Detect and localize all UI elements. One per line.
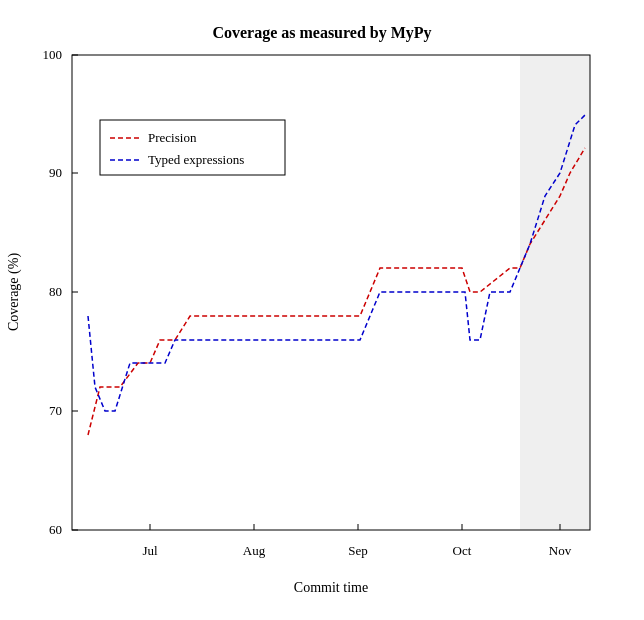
svg-text:Oct: Oct — [453, 543, 472, 558]
svg-text:Jul: Jul — [142, 543, 158, 558]
legend-precision-label: Precision — [148, 130, 197, 145]
chart-title: Coverage as measured by MyPy — [212, 24, 431, 42]
y-axis-label: Coverage (%) — [6, 253, 22, 331]
svg-text:Sep: Sep — [348, 543, 368, 558]
legend-typed-label: Typed expressions — [148, 152, 244, 167]
svg-text:80: 80 — [49, 284, 62, 299]
svg-text:60: 60 — [49, 522, 62, 537]
svg-text:90: 90 — [49, 165, 62, 180]
svg-text:Aug: Aug — [243, 543, 266, 558]
svg-text:70: 70 — [49, 403, 62, 418]
svg-text:Nov: Nov — [549, 543, 572, 558]
chart-container: Coverage as measured by MyPy 60 70 80 90… — [0, 0, 644, 620]
svg-rect-1 — [520, 55, 590, 530]
x-axis-label: Commit time — [294, 580, 368, 595]
svg-text:100: 100 — [43, 47, 63, 62]
